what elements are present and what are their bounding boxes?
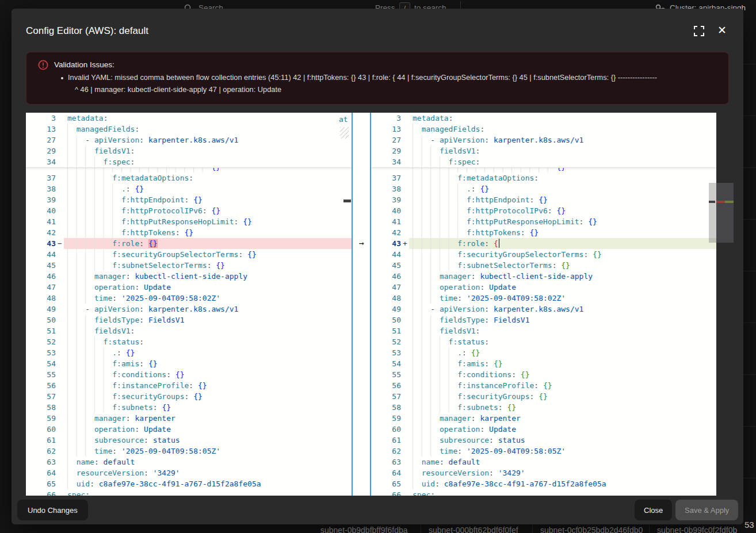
code-line-original-41[interactable]: 41f:httpPutResponseHopLimit: {} bbox=[26, 216, 352, 227]
code-line-modified-60[interactable]: 60operation: Update bbox=[371, 424, 716, 435]
save-apply-button[interactable]: Save & Apply bbox=[675, 500, 738, 520]
code-line-original-49[interactable]: 49- apiVersion: karpenter.k8s.aws/v1 bbox=[26, 304, 352, 315]
code-line-modified-55[interactable]: 55f:conditions: {} bbox=[371, 369, 716, 380]
code-line-original-sticky-34[interactable]: 34f:spec: bbox=[26, 156, 352, 167]
code-line-modified-sticky-34[interactable]: 34f:spec: bbox=[371, 156, 716, 167]
code-line-modified-sticky-27[interactable]: 27- apiVersion: karpenter.k8s.aws/v1 bbox=[371, 135, 716, 145]
diff-sash[interactable]: → bbox=[352, 113, 371, 496]
code-line-original-59[interactable]: 59manager: karpenter bbox=[26, 413, 352, 424]
code-line-modified-50[interactable]: 50fieldsType: FieldsV1 bbox=[371, 315, 716, 325]
code-line-original-45[interactable]: 45f:subnetSelectorTerms: {} bbox=[26, 260, 352, 271]
code-line-original-54[interactable]: 54f:amis: {} bbox=[26, 358, 352, 369]
code-line-modified-63[interactable]: 63name: default bbox=[371, 457, 716, 467]
code-line-modified-46[interactable]: 46manager: kubectl-client-side-apply bbox=[371, 271, 716, 282]
code-line-original-62[interactable]: 62time: '2025-09-04T09:58:05Z' bbox=[26, 446, 352, 457]
code-line-modified-48[interactable]: 48time: '2025-09-04T09:58:02Z' bbox=[371, 293, 716, 304]
code-line-original-53[interactable]: 53.: {} bbox=[26, 347, 352, 358]
line-gutter: 3 bbox=[371, 113, 409, 124]
code-line-original-38[interactable]: 38.: {} bbox=[26, 183, 352, 194]
code-line-modified-sticky-13[interactable]: 13managedFields: bbox=[371, 124, 716, 135]
line-gutter: 55 bbox=[371, 369, 409, 380]
code-line-original-63[interactable]: 63name: default bbox=[26, 457, 352, 467]
code-line-modified-52[interactable]: 52f:status: bbox=[371, 336, 716, 347]
code-line-original-56[interactable]: 56f:instanceProfile: {} bbox=[26, 380, 352, 391]
code-line-modified-54[interactable]: 54f:amis: {} bbox=[371, 358, 716, 369]
code-line-original-40[interactable]: 40f:httpProtocolIPv6: {} bbox=[26, 205, 352, 216]
code-line-original-48[interactable]: 48time: '2025-09-04T09:58:02Z' bbox=[26, 293, 352, 304]
fullscreen-icon[interactable] bbox=[693, 25, 705, 37]
code-line-original-60[interactable]: 60operation: Update bbox=[26, 424, 352, 435]
code-line-original-46[interactable]: 46manager: kubectl-client-side-apply bbox=[26, 271, 352, 282]
code-line-modified-42[interactable]: 42f:httpTokens: {} bbox=[371, 227, 716, 238]
line-gutter: 41 bbox=[371, 216, 409, 227]
code-line-original-47[interactable]: 47operation: Update bbox=[26, 282, 352, 293]
code-line-original-42[interactable]: 42f:httpTokens: {} bbox=[26, 227, 352, 238]
code-line-original-58[interactable]: 58f:subnets: {} bbox=[26, 402, 352, 413]
diff-pane-original[interactable]: 3metadata:13managedFields:27- apiVersion… bbox=[26, 113, 352, 496]
diff-overview-ruler[interactable] bbox=[716, 183, 734, 243]
line-gutter: 65 bbox=[371, 478, 409, 489]
line-gutter: 42 bbox=[371, 227, 409, 238]
code-line-modified-53[interactable]: 53.: {} bbox=[371, 347, 716, 358]
close-icon[interactable]: ✕ bbox=[716, 24, 728, 37]
code-line-original-50[interactable]: 50fieldsType: FieldsV1 bbox=[26, 315, 352, 325]
code-line-modified-58[interactable]: 58f:subnets: {} bbox=[371, 402, 716, 413]
code-line-modified-56[interactable]: 56f:instanceProfile: {} bbox=[371, 380, 716, 391]
code-line-original-sticky-3[interactable]: 3metadata: bbox=[26, 113, 352, 124]
code-line-modified-61[interactable]: 61subresource: status bbox=[371, 435, 716, 446]
code-line-modified-65[interactable]: 65uid: c8afe97e-38cc-4f91-a767-d15f2a8fe… bbox=[371, 478, 716, 489]
code-line-modified-51[interactable]: 51fieldsV1: bbox=[371, 325, 716, 336]
code-line-original-44[interactable]: 44f:securityGroupSelectorTerms: {} bbox=[26, 249, 352, 260]
line-gutter: 40 bbox=[26, 205, 64, 216]
code-line-original-55[interactable]: 55f:conditions: {} bbox=[26, 369, 352, 380]
code-line-original-39[interactable]: 39f:httpEndpoint: {} bbox=[26, 194, 352, 205]
code-line-original-61[interactable]: 61subresource: status bbox=[26, 435, 352, 446]
cell-divider bbox=[421, 525, 421, 533]
line-gutter: 53 bbox=[26, 347, 64, 358]
code-line-modified-45[interactable]: 45f:subnetSelectorTerms: {} bbox=[371, 260, 716, 271]
line-gutter: 59 bbox=[26, 413, 64, 424]
code-line-modified-sticky-3[interactable]: 3metadata: bbox=[371, 113, 716, 124]
line-gutter: 65 bbox=[26, 478, 64, 489]
code-line-modified-66[interactable]: 66spec: bbox=[371, 489, 716, 496]
code-line-modified-39[interactable]: 39f:httpEndpoint: {} bbox=[371, 194, 716, 205]
code-line-original-66[interactable]: 66spec: bbox=[26, 489, 352, 496]
line-gutter: 27 bbox=[371, 135, 409, 145]
line-gutter: 51 bbox=[371, 325, 409, 336]
code-line-modified-64[interactable]: 64resourceVersion: '3429' bbox=[371, 467, 716, 478]
line-gutter: 38 bbox=[371, 183, 409, 194]
code-line-modified-44[interactable]: 44f:securityGroupSelectorTerms: {} bbox=[371, 249, 716, 260]
revert-change-button[interactable]: → bbox=[353, 237, 370, 248]
line-gutter: 54 bbox=[371, 358, 409, 369]
code-line-original-37[interactable]: 37f:metadataOptions: bbox=[26, 172, 352, 183]
code-line-original-52[interactable]: 52f:status: bbox=[26, 336, 352, 347]
code-body-modified[interactable]: {}37f:metadataOptions:38.: {}39f:httpEnd… bbox=[371, 168, 716, 496]
vertical-scrollbar[interactable] bbox=[709, 183, 716, 243]
code-line-modified-sticky-29[interactable]: 29fieldsV1: bbox=[371, 145, 716, 156]
code-body-original[interactable]: {}37f:metadataOptions:38.: {}39f:httpEnd… bbox=[26, 168, 352, 496]
code-line-original-sticky-13[interactable]: 13managedFields: bbox=[26, 124, 352, 135]
code-line-modified-59[interactable]: 59manager: karpenter bbox=[371, 413, 716, 424]
line-gutter: 43+ bbox=[371, 238, 409, 249]
code-line-original-51[interactable]: 51fieldsV1: bbox=[26, 325, 352, 336]
code-line-modified-37[interactable]: 37f:metadataOptions: bbox=[371, 172, 716, 183]
code-line-original-65[interactable]: 65uid: c8afe97e-38cc-4f91-a767-d15f2a8fe… bbox=[26, 478, 352, 489]
code-line-original-sticky-27[interactable]: 27- apiVersion: karpenter.k8s.aws/v1 bbox=[26, 135, 352, 145]
code-line-modified-43[interactable]: 43+f:role: { bbox=[371, 238, 716, 249]
code-line-modified-47[interactable]: 47operation: Update bbox=[371, 282, 716, 293]
code-line-modified-38[interactable]: 38.: {} bbox=[371, 183, 716, 194]
code-line-modified-40[interactable]: 40f:httpProtocolIPv6: {} bbox=[371, 205, 716, 216]
code-line-original-57[interactable]: 57f:securityGroups: {} bbox=[26, 391, 352, 402]
code-line-original-sticky-29[interactable]: 29fieldsV1: bbox=[26, 145, 352, 156]
code-line-modified-49[interactable]: 49- apiVersion: karpenter.k8s.aws/v1 bbox=[371, 304, 716, 315]
diff-pane-modified[interactable]: 3metadata:13managedFields:27- apiVersion… bbox=[371, 113, 716, 496]
code-line-original-64[interactable]: 64resourceVersion: '3429' bbox=[26, 467, 352, 478]
close-button[interactable]: Close bbox=[635, 500, 672, 520]
code-line-modified-62[interactable]: 62time: '2025-09-04T09:58:05Z' bbox=[371, 446, 716, 457]
cell-divider bbox=[532, 525, 533, 533]
code-line-modified-41[interactable]: 41f:httpPutResponseHopLimit: {} bbox=[371, 216, 716, 227]
code-line-original-43[interactable]: 43−f:role: {} bbox=[26, 238, 352, 249]
hidden-region-hatch bbox=[340, 127, 349, 139]
code-line-modified-57[interactable]: 57f:securityGroups: {} bbox=[371, 391, 716, 402]
undo-changes-button[interactable]: Undo Changes bbox=[17, 500, 88, 520]
